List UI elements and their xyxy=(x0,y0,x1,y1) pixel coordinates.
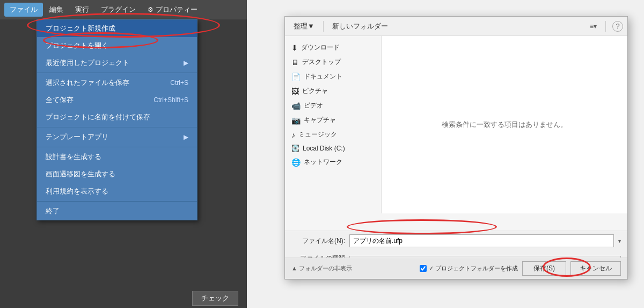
music-icon: ♪ xyxy=(291,131,295,139)
separator-4 xyxy=(37,201,197,202)
menu-gen-screen[interactable]: 画面遷移図を生成する xyxy=(37,166,197,183)
sidebar-item-music[interactable]: ♪ ミュージック xyxy=(285,127,381,142)
menu-edit[interactable]: 編集 xyxy=(44,3,69,17)
view-options-icon[interactable]: ≡▾ xyxy=(590,23,597,30)
gear-icon: ⚙ xyxy=(148,6,153,13)
menu-properties[interactable]: ⚙ プロパティー xyxy=(142,3,203,17)
separator-1 xyxy=(37,73,197,73)
sidebar-item-downloads[interactable]: ⬇ ダウンロード xyxy=(285,40,381,55)
downloads-icon: ⬇ xyxy=(291,44,298,52)
dialog-sidebar: ⬇ ダウンロード 🖥 デスクトップ 📄 ドキュメント 🖼 ピクチャ 📹 ビデオ … xyxy=(285,36,382,213)
dialog-actions-right: ✓ プロジェクトフォルダーを作成 保存(S) キャンセル xyxy=(420,261,621,276)
new-folder-button[interactable]: 新しいフォルダー xyxy=(328,20,392,33)
sidebar-item-documents[interactable]: 📄 ドキュメント xyxy=(285,69,381,84)
cancel-button[interactable]: キャンセル xyxy=(570,261,621,276)
organize-button[interactable]: 整理▼ xyxy=(289,20,319,33)
capture-icon: 📷 xyxy=(291,116,301,125)
dialog-content-area: 検索条件に一致する項目はありません。 xyxy=(382,36,627,213)
sidebar-item-network[interactable]: 🌐 ネットワーク xyxy=(285,155,381,169)
menu-bar: ファイル 編集 実行 プラグイン ⚙ プロパティー xyxy=(0,0,247,19)
documents-icon: 📄 xyxy=(291,73,301,81)
folder-toggle[interactable]: ▲ フォルダーの非表示 xyxy=(291,264,352,273)
menu-terms[interactable]: 利用規約を表示する xyxy=(37,183,197,200)
dialog-body: ⬇ ダウンロード 🖥 デスクトップ 📄 ドキュメント 🖼 ピクチャ 📹 ビデオ … xyxy=(285,36,627,213)
pictures-icon: 🖼 xyxy=(291,87,299,96)
menu-recent-project[interactable]: 最近使用したプロジェクト ▶ xyxy=(37,54,197,71)
create-folder-checkbox[interactable] xyxy=(420,265,427,272)
separator-2 xyxy=(37,127,197,127)
menu-open-project[interactable]: プロジェクトを開く xyxy=(37,37,197,54)
menu-plugin[interactable]: プラグイン xyxy=(96,3,141,17)
sidebar-item-local-disk[interactable]: 💽 Local Disk (C:) xyxy=(285,142,381,155)
sidebar-item-videos[interactable]: 📹 ビデオ xyxy=(285,98,381,113)
dialog-actions-bar: ▲ フォルダーの非表示 ✓ プロジェクトフォルダーを作成 保存(S) キャンセル xyxy=(285,257,627,279)
menu-new-project[interactable]: プロジェクト新規作成 xyxy=(37,20,197,37)
sidebar-item-desktop[interactable]: 🖥 デスクトップ xyxy=(285,55,381,69)
ide-bottom-bar: チェック xyxy=(0,289,247,308)
ide-panel: ファイル 編集 実行 プラグイン ⚙ プロパティー プロジェクト新規作成 プロジ… xyxy=(0,0,247,308)
filename-input[interactable] xyxy=(349,234,614,247)
menu-save-all[interactable]: 全て保存 Ctrl+Shift+S xyxy=(37,91,197,109)
create-folder-checkbox-row: ✓ プロジェクトフォルダーを作成 xyxy=(420,264,518,273)
create-folder-label: ✓ プロジェクトフォルダーを作成 xyxy=(429,264,518,273)
filename-label: ファイル名(N): xyxy=(291,237,345,246)
desktop-icon: 🖥 xyxy=(291,58,299,67)
dialog-bottom: ファイル名(N): ▾ ファイルの種類(T): ▾ ▲ フォルダーの非表示 ✓ … xyxy=(285,231,627,279)
videos-icon: 📹 xyxy=(291,102,301,110)
save-button[interactable]: 保存(S) xyxy=(522,261,566,276)
sidebar-item-pictures[interactable]: 🖼 ピクチャ xyxy=(285,84,381,98)
menu-file[interactable]: ファイル xyxy=(4,3,43,17)
menu-template[interactable]: テンプレートアプリ ▶ xyxy=(37,128,197,146)
menu-save-selected[interactable]: 選択されたファイルを保存 Ctrl+S xyxy=(37,74,197,91)
check-button[interactable]: チェック xyxy=(192,291,238,306)
toolbar-separator xyxy=(323,21,324,32)
network-icon: 🌐 xyxy=(291,158,301,167)
menu-run[interactable]: 実行 xyxy=(70,3,94,17)
menu-gen-design[interactable]: 設計書を生成する xyxy=(37,148,197,166)
menu-save-as[interactable]: プロジェクトに名前を付けて保存 xyxy=(37,109,197,126)
separator-3 xyxy=(37,147,197,147)
no-results-message: 検索条件に一致する項目はありません。 xyxy=(442,120,567,130)
file-dropdown-menu: プロジェクト新規作成 プロジェクトを開く 最近使用したプロジェクト ▶ 選択され… xyxy=(36,19,197,220)
filename-row: ファイル名(N): ▾ xyxy=(285,231,627,250)
sidebar-item-capture[interactable]: 📷 キャプチャ xyxy=(285,113,381,127)
filename-dropdown-arrow[interactable]: ▾ xyxy=(618,238,621,244)
menu-exit[interactable]: 終了 xyxy=(37,203,197,220)
local-disk-icon: 💽 xyxy=(291,145,299,152)
save-dialog: 整理▼ 新しいフォルダー ≡▾ ? ⬇ ダウンロード 🖥 デスクトップ 📄 ドキ… xyxy=(284,16,628,280)
help-icon[interactable]: ? xyxy=(612,21,623,32)
dialog-toolbar: 整理▼ 新しいフォルダー ≡▾ ? xyxy=(285,17,627,36)
